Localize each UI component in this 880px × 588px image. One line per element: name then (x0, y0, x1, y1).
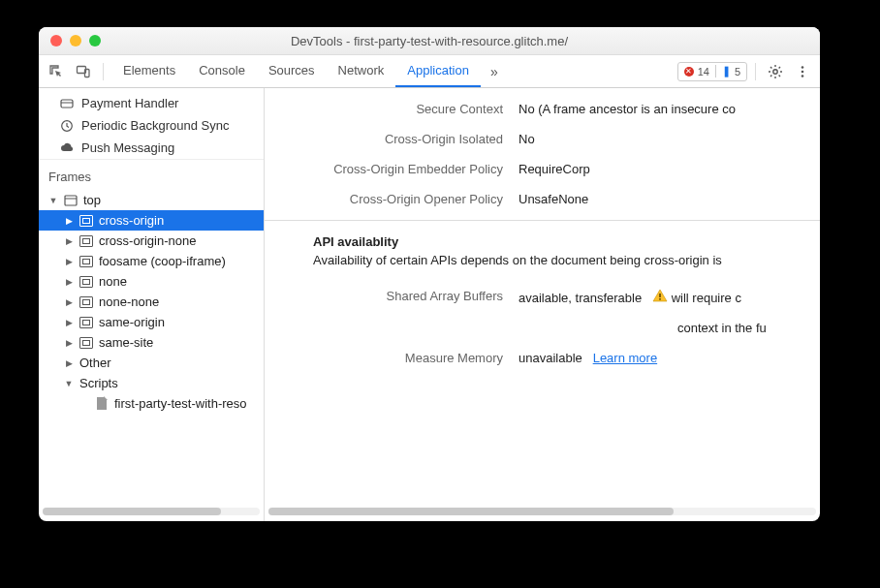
disclosure-triangle-icon[interactable]: ▶ (64, 338, 74, 348)
tree-node-same-site[interactable]: ▶ same-site (39, 332, 264, 353)
frame-icon (79, 275, 93, 289)
toolbar-divider (103, 63, 104, 80)
sidebar-horizontal-scrollbar[interactable] (43, 506, 260, 517)
messages-count-value: 5 (735, 66, 740, 77)
tab-console[interactable]: Console (187, 55, 257, 87)
sab-value: available, transferable (519, 291, 642, 305)
row-label: Cross-Origin Isolated (265, 132, 519, 146)
panel-tabs: Elements Console Sources Network Applica… (111, 55, 481, 87)
row-value: RequireCorp (519, 162, 820, 176)
background-services-list: Payment Handler Periodic Background Sync… (39, 88, 265, 159)
svg-rect-9 (65, 196, 77, 205)
tab-sources[interactable]: Sources (257, 55, 327, 87)
sidebar-item-periodic-bg-sync[interactable]: Periodic Background Sync (39, 114, 265, 137)
disclosure-triangle-icon[interactable]: ▶ (64, 358, 74, 368)
frames-tree-scroll[interactable]: ▼ top ▶ cross-origin ▶ (39, 190, 264, 419)
svg-point-4 (801, 70, 804, 73)
tab-elements[interactable]: Elements (111, 55, 187, 87)
frame-summary-table: Secure Context No (A frame ancestor is a… (265, 88, 820, 214)
close-window-button[interactable] (50, 35, 62, 46)
tree-node-label: same-site (99, 335, 153, 350)
frame-icon (79, 234, 93, 248)
minimize-window-button[interactable] (70, 35, 81, 46)
row-value: unavailable Learn more (519, 351, 820, 365)
row-shared-array-buffers-cont: context in the fu (265, 313, 820, 343)
application-sidebar: Payment Handler Periodic Background Sync… (39, 88, 265, 521)
tree-node-label: Other (79, 356, 111, 370)
frame-icon (79, 316, 93, 329)
tree-node-label: cross-origin-none (99, 233, 196, 248)
tree-leaf-script[interactable]: first-party-test-with-reso (39, 393, 264, 414)
window-controls (39, 35, 101, 46)
disclosure-triangle-icon[interactable]: ▶ (64, 318, 74, 327)
tree-node-label: cross-origin (99, 213, 164, 228)
tree-node-label: same-origin (99, 315, 165, 329)
kebab-menu-icon[interactable] (791, 60, 814, 83)
card-icon (60, 97, 74, 110)
console-status-pill[interactable]: ✕ 14 ❚ 5 (677, 62, 747, 81)
main-horizontal-scrollbar[interactable] (268, 506, 816, 517)
row-measure-memory: Measure Memory unavailable Learn more (265, 343, 820, 373)
window-title: DevTools - first-party-test-with-resourc… (39, 34, 820, 48)
sidebar-item-payment-handler[interactable]: Payment Handler (39, 92, 265, 114)
row-coop: Cross-Origin Opener Policy UnsafeNone (265, 184, 820, 214)
api-availability-table: Shared Array Buffers available, transfer… (265, 275, 820, 373)
tree-node-same-origin[interactable]: ▶ same-origin (39, 312, 264, 332)
settings-icon[interactable] (764, 60, 787, 83)
tree-node-cross-origin-none[interactable]: ▶ cross-origin-none (39, 231, 264, 251)
tab-network[interactable]: Network (327, 55, 396, 87)
disclosure-triangle-icon[interactable]: ▶ (64, 216, 74, 226)
frames-header: Frames (39, 159, 264, 190)
frame-icon (79, 214, 93, 228)
toolbar-divider (755, 63, 756, 80)
tree-node-cross-origin[interactable]: ▶ cross-origin (39, 210, 264, 231)
inspect-element-icon[interactable] (45, 60, 68, 83)
tree-node-top[interactable]: ▼ top (39, 190, 264, 210)
frame-icon (79, 255, 93, 268)
learn-more-link[interactable]: Learn more (593, 351, 657, 365)
tab-application[interactable]: Application (395, 55, 481, 87)
tree-node-label: none (99, 274, 127, 289)
titlebar: DevTools - first-party-test-with-resourc… (39, 27, 820, 55)
file-icon (95, 397, 109, 411)
maximize-window-button[interactable] (89, 35, 101, 46)
disclosure-triangle-icon[interactable]: ▼ (64, 379, 74, 388)
tree-node-other[interactable]: ▶ Other (39, 353, 264, 373)
row-value: available, transferable will require c (519, 289, 820, 305)
frame-icon (79, 336, 93, 350)
svg-point-2 (773, 69, 777, 73)
frame-icon (64, 194, 78, 207)
api-availability-title: API availablity (265, 221, 820, 253)
sidebar-item-label: Periodic Background Sync (81, 118, 229, 133)
disclosure-triangle-icon[interactable]: ▶ (64, 236, 74, 246)
frames-tree: ▼ top ▶ cross-origin ▶ (39, 190, 264, 419)
svg-rect-11 (659, 294, 661, 297)
tree-node-scripts[interactable]: ▼ Scripts (39, 373, 264, 393)
more-tabs-icon[interactable]: » (485, 64, 504, 79)
warning-icon (652, 289, 668, 302)
sidebar-item-label: Push Messaging (81, 140, 174, 155)
errors-count-value: 14 (698, 66, 709, 77)
disclosure-triangle-icon[interactable]: ▶ (64, 277, 74, 287)
tree-node-label: none-none (99, 294, 159, 309)
disclosure-triangle-icon[interactable]: ▼ (48, 196, 58, 205)
messages-count[interactable]: ❚ 5 (715, 65, 746, 77)
disclosure-triangle-icon[interactable]: ▶ (64, 297, 74, 307)
row-label: Shared Array Buffers (265, 289, 519, 305)
sidebar-item-push-messaging[interactable]: Push Messaging (39, 137, 265, 159)
row-label: Measure Memory (265, 351, 519, 365)
sab-warning-text-line2: context in the fu (519, 321, 820, 335)
tree-node-none[interactable]: ▶ none (39, 271, 264, 292)
disclosure-triangle-icon[interactable]: ▶ (64, 257, 74, 266)
frame-details-inner: Secure Context No (A frame ancestor is a… (265, 88, 820, 504)
tree-node-foosame[interactable]: ▶ foosame (coop-iframe) (39, 251, 264, 271)
row-cross-origin-isolated: Cross-Origin Isolated No (265, 124, 820, 154)
sab-warning-text: will require c (672, 291, 741, 305)
errors-count[interactable]: ✕ 14 (678, 66, 715, 77)
sidebar-item-label: Payment Handler (81, 96, 178, 110)
measure-memory-value: unavailable (519, 351, 582, 365)
tree-node-none-none[interactable]: ▶ none-none (39, 292, 264, 312)
api-availability-desc: Availability of certain APIs depends on … (265, 253, 820, 275)
device-toolbar-icon[interactable] (72, 60, 95, 83)
row-coep: Cross-Origin Embedder Policy RequireCorp (265, 154, 820, 184)
